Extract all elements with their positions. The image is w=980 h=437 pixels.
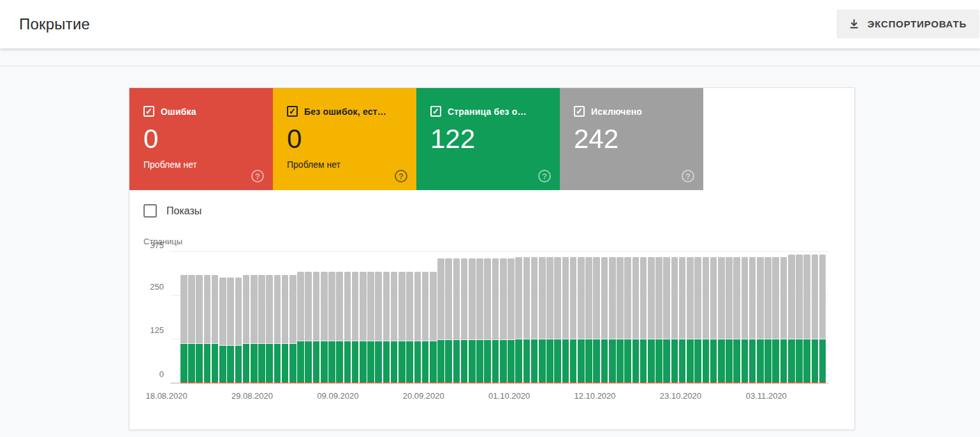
chart-bar[interactable]	[344, 272, 351, 383]
bar-segment	[803, 255, 810, 339]
chart-bar[interactable]	[640, 257, 647, 383]
chart-bar[interactable]	[609, 257, 616, 383]
chart-bar[interactable]	[788, 255, 795, 383]
chart-bar[interactable]	[523, 257, 530, 383]
chart-bar[interactable]	[570, 257, 577, 383]
chart-bar[interactable]	[624, 257, 631, 383]
help-icon[interactable]: ?	[682, 170, 694, 182]
checkbox-checked-icon[interactable]: ✓	[287, 106, 298, 117]
chart-bar[interactable]	[780, 257, 787, 383]
chart-bar[interactable]	[562, 257, 569, 383]
chart-bar[interactable]	[243, 275, 250, 383]
chart-bar[interactable]	[321, 272, 328, 383]
chart-bar[interactable]	[289, 275, 296, 383]
card-valid-with-warnings[interactable]: ✓ Без ошибок, ест… 0 Проблем нет ?	[273, 88, 416, 190]
chart-bar[interactable]	[648, 257, 655, 383]
chart-bar[interactable]	[500, 258, 507, 383]
chart-bar[interactable]	[360, 272, 367, 383]
chart-bar[interactable]	[235, 278, 242, 383]
chart-bar[interactable]	[461, 258, 468, 383]
chart-bar[interactable]	[437, 258, 444, 383]
help-icon[interactable]: ?	[538, 170, 551, 182]
chart-bar[interactable]	[796, 255, 803, 383]
chart-bar[interactable]	[352, 272, 359, 383]
chart-bar[interactable]	[601, 257, 608, 383]
checkbox-checked-icon[interactable]: ✓	[574, 106, 585, 117]
checkbox-unchecked-icon[interactable]	[143, 204, 157, 218]
chart-bar[interactable]	[383, 272, 390, 383]
chart-bar[interactable]	[399, 272, 406, 383]
chart-bar[interactable]	[469, 258, 476, 383]
chart-bar[interactable]	[726, 257, 733, 383]
chart-bar[interactable]	[375, 272, 382, 383]
chart-bar[interactable]	[445, 258, 452, 383]
chart-bar[interactable]	[219, 278, 226, 383]
bar-segment	[196, 275, 203, 344]
chart-bar[interactable]	[679, 257, 686, 383]
chart-bar[interactable]	[617, 257, 624, 383]
chart-bar[interactable]	[757, 257, 764, 383]
chart-bar[interactable]	[812, 255, 819, 383]
chart-bar[interactable]	[772, 257, 779, 383]
chart-bar[interactable]	[414, 272, 421, 383]
chart-bar[interactable]	[733, 257, 740, 383]
chart-bar[interactable]	[227, 278, 234, 383]
chart-bar[interactable]	[819, 255, 826, 383]
chart-bar[interactable]	[655, 257, 662, 383]
impressions-toggle[interactable]: Показы	[143, 204, 854, 218]
chart-bar[interactable]	[266, 275, 273, 383]
card-errors[interactable]: ✓ Ошибка 0 Проблем нет ?	[129, 88, 273, 190]
chart-bar[interactable]	[282, 275, 289, 383]
checkbox-checked-icon[interactable]: ✓	[143, 106, 154, 117]
chart-bar[interactable]	[453, 258, 460, 383]
chart-bar[interactable]	[554, 257, 561, 383]
chart-bar[interactable]	[585, 257, 592, 383]
chart-bar[interactable]	[196, 275, 203, 383]
chart-bar[interactable]	[476, 258, 483, 383]
chart-bar[interactable]	[694, 257, 701, 383]
chart-bar[interactable]	[508, 258, 515, 383]
chart-bar[interactable]	[803, 255, 810, 383]
chart-bar[interactable]	[671, 257, 678, 383]
chart-bar[interactable]	[313, 272, 320, 383]
chart-bar[interactable]	[546, 257, 553, 383]
export-button[interactable]: ЭКСПОРТИРОВАТЬ	[837, 10, 979, 38]
help-icon[interactable]: ?	[251, 170, 264, 182]
help-icon[interactable]: ?	[395, 170, 407, 182]
chart-bar[interactable]	[531, 257, 538, 383]
chart-bar[interactable]	[492, 258, 499, 383]
chart-bar[interactable]	[180, 275, 187, 383]
chart-bar[interactable]	[274, 275, 281, 383]
chart-bar[interactable]	[593, 257, 600, 383]
chart-bar[interactable]	[539, 257, 546, 383]
chart-bar[interactable]	[328, 272, 335, 383]
chart-bar[interactable]	[484, 258, 491, 383]
chart-bar[interactable]	[578, 257, 585, 383]
chart-bar[interactable]	[188, 275, 195, 383]
chart-bar[interactable]	[406, 272, 413, 383]
chart-bar[interactable]	[258, 275, 265, 383]
card-valid[interactable]: ✓ Страница без о… 122 ?	[416, 88, 560, 190]
chart-bar[interactable]	[663, 257, 670, 383]
chart-bar[interactable]	[687, 257, 694, 383]
chart-bar[interactable]	[204, 275, 211, 383]
chart-bar[interactable]	[297, 272, 304, 383]
chart-bar[interactable]	[430, 272, 437, 383]
chart-bar[interactable]	[710, 257, 717, 383]
chart-bar[interactable]	[422, 272, 429, 383]
chart-bar[interactable]	[305, 272, 312, 383]
chart-bar[interactable]	[749, 257, 756, 383]
chart-bar[interactable]	[718, 257, 725, 383]
chart-bar[interactable]	[391, 272, 398, 383]
chart-bar[interactable]	[633, 257, 640, 383]
checkbox-checked-icon[interactable]: ✓	[430, 106, 441, 117]
chart-bar[interactable]	[367, 272, 374, 383]
card-excluded[interactable]: ✓ Исключено 242 ?	[560, 88, 703, 190]
chart-bar[interactable]	[212, 275, 219, 383]
chart-bar[interactable]	[336, 272, 343, 383]
chart-bar[interactable]	[764, 257, 772, 383]
chart-bar[interactable]	[703, 257, 710, 383]
chart-bar[interactable]	[515, 257, 522, 383]
chart-bar[interactable]	[742, 257, 749, 383]
chart-bar[interactable]	[251, 275, 258, 383]
